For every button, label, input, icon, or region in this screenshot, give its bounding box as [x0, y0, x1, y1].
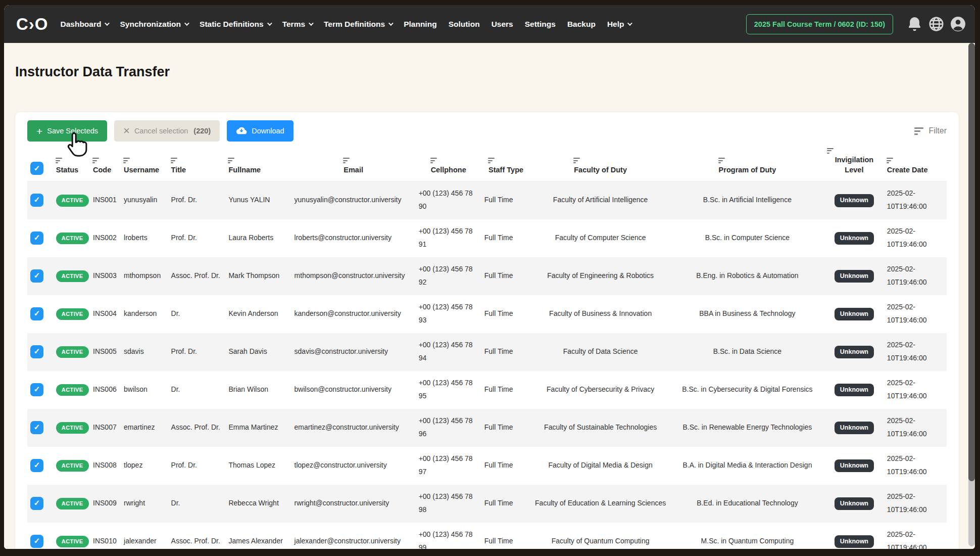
column-filter-icon[interactable]	[56, 157, 62, 165]
fullname-cell: Brian Wilson	[225, 371, 291, 409]
staff-type-cell: Full Time	[481, 181, 531, 219]
program-cell: BBA in Business & Technology	[670, 295, 824, 333]
column-header[interactable]: Program of Duty	[670, 145, 824, 181]
row-checkbox[interactable]	[30, 383, 43, 396]
code-cell: INS010	[90, 523, 121, 549]
table-row: ACTIVE INS001 yunusyalin Prof. Dr. Yunus…	[27, 181, 947, 219]
fullname-cell: Rebecca Wright	[225, 485, 291, 523]
row-select-cell	[27, 485, 53, 523]
nav-menu-item[interactable]: Solution	[449, 20, 480, 29]
nav-menu-item[interactable]: Static Definitions	[200, 20, 271, 29]
invigilation-cell: Unknown	[824, 523, 884, 549]
vertical-scrollbar-thumb[interactable]	[968, 43, 975, 481]
save-selecteds-button[interactable]: Save Selecteds	[27, 120, 107, 142]
check-icon	[34, 164, 40, 172]
program-cell: B.Sc. in Computer Science	[670, 219, 824, 257]
filter-icon	[914, 126, 923, 136]
chevron-down-icon	[184, 21, 189, 26]
column-header[interactable]: Status	[53, 145, 90, 181]
cloud-download-icon	[236, 125, 247, 136]
column-filter-icon[interactable]	[171, 157, 177, 165]
cancel-selection-button[interactable]: Cancel selection (220)	[114, 120, 220, 142]
table-row: ACTIVE INS006 bwilson Dr. Brian Wilson b…	[27, 371, 947, 409]
column-filter-icon[interactable]	[92, 157, 99, 165]
column-header[interactable]: Staff Type	[481, 145, 531, 181]
nav-menu-item[interactable]: Help	[607, 20, 631, 29]
nav-menu-item[interactable]: Term Definitions	[324, 20, 392, 29]
nav-menu-item[interactable]: Settings	[525, 20, 556, 29]
column-label: Code	[93, 166, 111, 174]
table-row: ACTIVE INS007 emartinez Assoc. Prof. Dr.…	[27, 409, 947, 447]
column-filter-icon[interactable]	[488, 157, 495, 165]
program-cell: B.Ed. in Educational Technology	[670, 485, 824, 523]
row-select-cell	[27, 219, 53, 257]
username-cell: emartinez	[121, 409, 168, 447]
status-badge: ACTIVE	[56, 422, 89, 434]
nav-menu-item[interactable]: Users	[492, 20, 513, 29]
row-checkbox[interactable]	[30, 459, 43, 472]
row-checkbox[interactable]	[30, 535, 43, 548]
column-filter-icon[interactable]	[718, 157, 725, 165]
faculty-cell: Faculty of Quantum Computing	[530, 523, 670, 549]
title-cell: Prof. Dr.	[168, 447, 226, 485]
column-header[interactable]: Code	[90, 145, 121, 181]
row-checkbox[interactable]	[30, 345, 43, 358]
filter-button[interactable]: Filter	[914, 126, 947, 136]
column-filter-icon[interactable]	[430, 157, 437, 165]
column-header[interactable]: Username	[121, 145, 168, 181]
term-selector-button[interactable]: 2025 Fall Course Term / 0602 (ID: 150)	[746, 14, 893, 34]
title-cell: Assoc. Prof. Dr.	[168, 257, 226, 295]
select-all-checkbox[interactable]	[30, 162, 43, 175]
username-cell: kanderson	[121, 295, 168, 333]
row-checkbox[interactable]	[30, 231, 43, 245]
invigilation-badge: Unknown	[835, 535, 874, 548]
vertical-scrollbar-track[interactable]	[968, 43, 975, 546]
column-filter-icon[interactable]	[827, 147, 834, 155]
cellphone-cell: +00 (123) 456 78 98	[416, 485, 481, 523]
column-header[interactable]: Faculty of Duty	[530, 145, 670, 181]
plus-icon	[36, 126, 42, 136]
nav-menu-item[interactable]: Synchronization	[120, 20, 188, 29]
column-header[interactable]: Cellphone	[416, 145, 481, 181]
row-checkbox[interactable]	[30, 307, 43, 320]
status-cell: ACTIVE	[53, 371, 90, 409]
column-filter-icon[interactable]	[343, 157, 350, 165]
nav-menu-item[interactable]: Backup	[567, 20, 596, 29]
status-badge: ACTIVE	[56, 195, 89, 206]
row-checkbox[interactable]	[30, 269, 43, 283]
column-header[interactable]: Email	[291, 145, 416, 181]
column-filter-icon[interactable]	[228, 157, 234, 165]
title-cell: Prof. Dr.	[168, 219, 226, 257]
invigilation-cell: Unknown	[824, 371, 884, 409]
code-cell: INS003	[90, 257, 121, 295]
download-button[interactable]: Download	[227, 120, 293, 142]
email-cell: mthompson@constructor.university	[291, 257, 416, 295]
notification-bell-icon[interactable]	[905, 15, 923, 33]
fullname-cell: Sarah Davis	[225, 333, 291, 371]
check-icon	[34, 383, 40, 396]
column-filter-icon[interactable]	[887, 157, 893, 165]
column-header[interactable]: Create Date	[884, 145, 947, 181]
column-header[interactable]: Fullname	[225, 145, 291, 181]
program-cell: B.Sc. in Renewable Energy Technologies	[670, 409, 824, 447]
code-cell: INS002	[90, 219, 121, 257]
column-label: Status	[56, 166, 78, 174]
globe-language-icon[interactable]	[927, 15, 945, 33]
row-checkbox[interactable]	[30, 497, 43, 510]
invigilation-cell: Unknown	[824, 257, 884, 295]
check-icon	[34, 307, 40, 320]
column-filter-icon[interactable]	[123, 157, 130, 165]
invigilation-badge: Unknown	[835, 422, 874, 435]
nav-menu-item[interactable]: Terms	[282, 20, 312, 29]
nav-menu-item[interactable]: Planning	[404, 20, 436, 29]
invigilation-cell: Unknown	[824, 409, 884, 447]
program-cell: B.A. in Digital Media & Interaction Desi…	[670, 447, 824, 485]
row-checkbox[interactable]	[30, 194, 43, 207]
faculty-cell: Faculty of Digital Media & Design	[530, 447, 670, 485]
column-header[interactable]: Invigilation Level	[824, 145, 884, 181]
user-profile-icon[interactable]	[949, 15, 967, 33]
column-filter-icon[interactable]	[573, 157, 580, 165]
column-header[interactable]: Title	[168, 145, 226, 181]
row-checkbox[interactable]	[30, 421, 43, 434]
nav-menu-item[interactable]: Dashboard	[61, 20, 109, 29]
